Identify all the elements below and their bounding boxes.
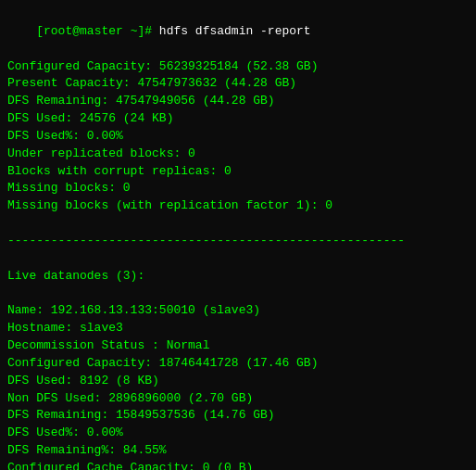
output-line: Decommission Status : Normal bbox=[7, 337, 469, 355]
output-line: DFS Used%: 0.00% bbox=[7, 425, 469, 442]
output-area: Configured Capacity: 56239325184 (52.38 … bbox=[7, 58, 469, 470]
output-line: DFS Remaining%: 84.55% bbox=[7, 442, 469, 460]
terminal-window: [root@master ~]# hdfs dfsadmin -report C… bbox=[0, 0, 476, 470]
output-line: Configured Cache Capacity: 0 (0 B) bbox=[7, 460, 469, 470]
output-line bbox=[7, 250, 469, 268]
output-line: DFS Used%: 0.00% bbox=[7, 128, 469, 146]
output-line: Configured Capacity: 56239325184 (52.38 … bbox=[7, 58, 469, 76]
command-text: hdfs dfsadmin -report bbox=[152, 24, 311, 38]
output-line bbox=[7, 215, 469, 233]
prompt: [root@master ~]# bbox=[36, 24, 152, 38]
output-line: Non DFS Used: 2896896000 (2.70 GB) bbox=[7, 390, 469, 408]
output-line: Configured Capacity: 18746441728 (17.46 … bbox=[7, 355, 469, 373]
output-line: Name: 192.168.13.133:50010 (slave3) bbox=[7, 302, 469, 320]
output-line: ----------------------------------------… bbox=[7, 233, 469, 250]
output-line: DFS Remaining: 15849537536 (14.76 GB) bbox=[7, 407, 469, 425]
output-line: Present Capacity: 47547973632 (44.28 GB) bbox=[7, 75, 469, 93]
output-line: Under replicated blocks: 0 bbox=[7, 146, 469, 163]
output-line: Blocks with corrupt replicas: 0 bbox=[7, 163, 469, 181]
output-line: Hostname: slave3 bbox=[7, 320, 469, 337]
output-line: Missing blocks (with replication factor … bbox=[7, 197, 469, 215]
output-line: Missing blocks: 0 bbox=[7, 180, 469, 197]
output-line: Live datanodes (3): bbox=[7, 268, 469, 286]
output-line: DFS Remaining: 47547949056 (44.28 GB) bbox=[7, 93, 469, 110]
command-line: [root@master ~]# hdfs dfsadmin -report bbox=[7, 6, 469, 58]
output-line: DFS Used: 8192 (8 KB) bbox=[7, 373, 469, 390]
output-line bbox=[7, 286, 469, 303]
output-line: DFS Used: 24576 (24 KB) bbox=[7, 110, 469, 128]
